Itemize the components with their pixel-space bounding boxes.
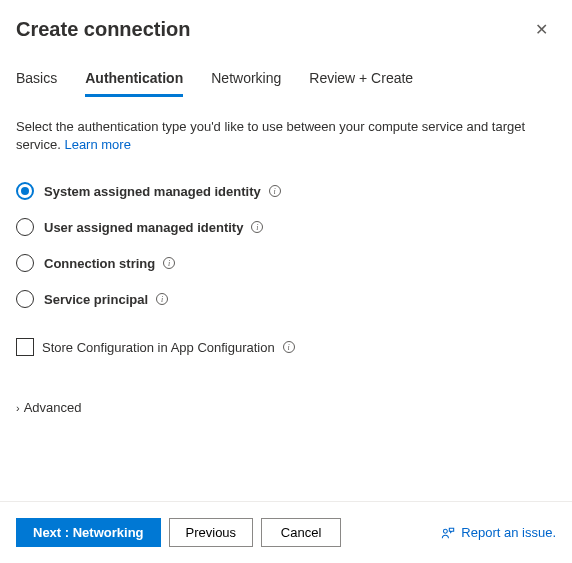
- tab-basics[interactable]: Basics: [16, 70, 57, 97]
- store-config-checkbox-row[interactable]: Store Configuration in App Configuration…: [0, 326, 572, 356]
- auth-type-radio-group: System assigned managed identity i User …: [0, 154, 572, 308]
- radio-user-assigned-identity[interactable]: User assigned managed identity i: [16, 218, 556, 236]
- checkbox-label: Store Configuration in App Configuration: [42, 340, 275, 355]
- radio-button-icon: [16, 290, 34, 308]
- radio-label: System assigned managed identity: [44, 184, 261, 199]
- radio-label: Connection string: [44, 256, 155, 271]
- info-icon[interactable]: i: [156, 293, 168, 305]
- tab-authentication[interactable]: Authentication: [85, 70, 183, 97]
- info-icon[interactable]: i: [163, 257, 175, 269]
- radio-connection-string[interactable]: Connection string i: [16, 254, 556, 272]
- radio-button-icon: [16, 218, 34, 236]
- tab-bar: Basics Authentication Networking Review …: [0, 42, 572, 98]
- advanced-toggle[interactable]: › Advanced: [0, 356, 572, 415]
- info-icon[interactable]: i: [251, 221, 263, 233]
- learn-more-link[interactable]: Learn more: [64, 137, 130, 152]
- radio-system-assigned-identity[interactable]: System assigned managed identity i: [16, 182, 556, 200]
- panel-title: Create connection: [16, 18, 190, 41]
- info-icon[interactable]: i: [269, 185, 281, 197]
- advanced-label: Advanced: [24, 400, 82, 415]
- radio-label: Service principal: [44, 292, 148, 307]
- tab-review-create[interactable]: Review + Create: [309, 70, 413, 97]
- svg-point-0: [444, 529, 448, 533]
- radio-label: User assigned managed identity: [44, 220, 243, 235]
- report-issue-link[interactable]: Report an issue.: [441, 525, 556, 540]
- radio-button-icon: [16, 254, 34, 272]
- person-feedback-icon: [441, 526, 455, 540]
- tab-networking[interactable]: Networking: [211, 70, 281, 97]
- radio-button-icon: [16, 182, 34, 200]
- close-button[interactable]: ✕: [531, 18, 552, 42]
- radio-service-principal[interactable]: Service principal i: [16, 290, 556, 308]
- footer-bar: Next : Networking Previous Cancel Report…: [0, 501, 572, 563]
- report-issue-label: Report an issue.: [461, 525, 556, 540]
- close-icon: ✕: [535, 21, 548, 38]
- info-icon[interactable]: i: [283, 341, 295, 353]
- checkbox-icon: [16, 338, 34, 356]
- chevron-right-icon: ›: [16, 402, 20, 414]
- next-button[interactable]: Next : Networking: [16, 518, 161, 547]
- previous-button[interactable]: Previous: [169, 518, 254, 547]
- description-text: Select the authentication type you'd lik…: [0, 98, 572, 154]
- cancel-button[interactable]: Cancel: [261, 518, 341, 547]
